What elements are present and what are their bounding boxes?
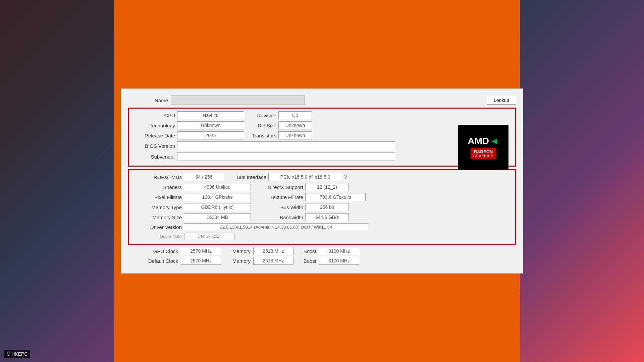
amd-arrow-icon: ◄	[490, 136, 499, 146]
amd-text: AMD	[468, 136, 489, 146]
technology-value: Unknown	[177, 121, 244, 129]
release-date-label: Release Date	[131, 133, 175, 138]
transistors-label: Transistors	[246, 133, 276, 138]
copyright-text: © HKEPC	[7, 351, 28, 357]
pixel-fillrate-row: Pixel Fillrate 198.4 GPixel/s Texture Fi…	[131, 193, 513, 201]
red-box-bottom: ROPs/TMUs 64 / 256 Bus Interface PCIe x1…	[128, 169, 516, 245]
gpu-clock-value: 2570 MHz	[181, 247, 221, 255]
name-label: Name	[128, 98, 168, 103]
boost-label-1: Boost	[296, 248, 316, 254]
directx-support-value: 12 (12_2)	[305, 183, 349, 191]
driver-date-row: Driver Date Dec 19, 2024	[131, 233, 513, 240]
pixel-fillrate-value: 198.4 GPixel/s	[184, 193, 251, 201]
memory-label-1: Memory	[224, 248, 251, 254]
subvendor-label: Subvendor	[131, 154, 175, 160]
pixel-fillrate-label: Pixel Fillrate	[131, 194, 182, 200]
bandwidth-label: Bandwidth	[253, 215, 303, 220]
driver-date-value: Dec 19, 2024	[184, 233, 235, 240]
revision-label: Revision	[246, 113, 276, 118]
background-right	[520, 0, 644, 362]
memory-type-row: Memory Type GDDR6 (Hynix) Bus Width 256 …	[131, 203, 513, 211]
amd-logo: AMD ◄ RADEON GRAPHICS	[458, 125, 508, 170]
copyright: © HKEPC	[4, 350, 30, 358]
driver-date-label: Driver Date	[131, 234, 182, 239]
radeon-badge: RADEON GRAPHICS	[471, 148, 496, 159]
subvendor-row: Subvendor	[131, 152, 513, 161]
bios-version-label: BIOS Version	[131, 143, 175, 149]
directx-support-label: DirectX Support	[253, 184, 303, 190]
release-date-value: 2025	[177, 131, 244, 139]
boost-value-1: 3100 MHz	[319, 247, 359, 255]
red-box-top: AMD ◄ RADEON GRAPHICS GPU Navi 48 Revisi…	[128, 108, 516, 167]
shaders-value: 4096 Unified	[184, 183, 251, 191]
default-clock-value: 2570 MHz	[181, 257, 221, 265]
die-size-label: Die Size	[246, 123, 276, 128]
subvendor-value	[177, 152, 395, 161]
background-left	[0, 0, 114, 362]
memory-type-label: Memory Type	[131, 204, 182, 210]
bandwidth-value: 644.6 GB/s	[305, 213, 349, 221]
bios-version-value	[177, 141, 395, 150]
default-clock-row: Default Clock 2570 MHz Memory 2518 MHz B…	[128, 257, 516, 265]
gpu-info-panel: Name Lookup AMD ◄ RADEON GRAPHICS GPU Na…	[121, 88, 523, 274]
driver-version-value: 32.0.13001.5014 (Adrenalin 24.30.01.05) …	[184, 223, 368, 231]
rops-tmus-label: ROPs/TMUs	[131, 174, 182, 180]
memory-value-2: 2518 MHz	[253, 257, 293, 265]
default-clock-label: Default Clock	[128, 258, 178, 264]
texture-fillrate-value: 793.6 GTexel/s	[305, 193, 366, 201]
boost-label-2: Boost	[296, 258, 316, 264]
lookup-button[interactable]: Lookup	[487, 96, 516, 105]
gpu-value: Navi 48	[177, 111, 244, 119]
memory-size-value: 16304 MB	[184, 213, 251, 221]
texture-fillrate-label: Texture Fillrate	[253, 194, 303, 200]
memory-label-2: Memory	[224, 258, 251, 264]
memory-size-label: Memory Size	[131, 215, 182, 220]
rops-tmus-row: ROPs/TMUs 64 / 256 Bus Interface PCIe x1…	[131, 173, 513, 181]
graphics-text: GRAPHICS	[473, 154, 493, 158]
name-row: Name Lookup	[128, 96, 516, 105]
technology-label: Technology	[131, 123, 175, 128]
bios-version-row: BIOS Version	[131, 141, 513, 150]
release-date-row: Release Date 2025 Transistors Unknown	[131, 131, 513, 139]
driver-version-row: Driver Version 32.0.13001.5014 (Adrenali…	[131, 223, 513, 231]
driver-version-label: Driver Version	[131, 224, 182, 230]
memory-value-1: 2518 MHz	[253, 247, 293, 255]
gpu-row: GPU Navi 48 Revision C0	[131, 111, 513, 119]
gpu-label: GPU	[131, 113, 175, 118]
bus-width-value: 256 bit	[305, 203, 349, 211]
die-size-value: Unknown	[278, 121, 312, 129]
bus-interface-label: Bus Interface	[226, 174, 266, 180]
memory-size-row: Memory Size 16304 MB Bandwidth 644.6 GB/…	[131, 213, 513, 221]
transistors-value: Unknown	[278, 131, 312, 139]
memory-type-value: GDDR6 (Hynix)	[184, 203, 251, 211]
rops-tmus-value: 64 / 256	[184, 173, 224, 181]
radeon-text: RADEON	[473, 149, 493, 154]
shaders-row: Shaders 4096 Unified DirectX Support 12 …	[131, 183, 513, 191]
technology-row: Technology Unknown Die Size Unknown	[131, 121, 513, 129]
gpu-clock-label: GPU Clock	[128, 248, 178, 254]
bus-interface-value: PCIe x16 5.0 @ x16 5.0	[268, 173, 342, 181]
bus-width-label: Bus Width	[253, 204, 303, 210]
name-field	[171, 96, 305, 105]
revision-value: C0	[278, 111, 312, 119]
boost-value-2: 3100 MHz	[319, 257, 359, 265]
shaders-label: Shaders	[131, 184, 182, 190]
gpu-clock-row: GPU Clock 2570 MHz Memory 2518 MHz Boost…	[128, 247, 516, 255]
help-icon[interactable]: ?	[344, 174, 347, 181]
